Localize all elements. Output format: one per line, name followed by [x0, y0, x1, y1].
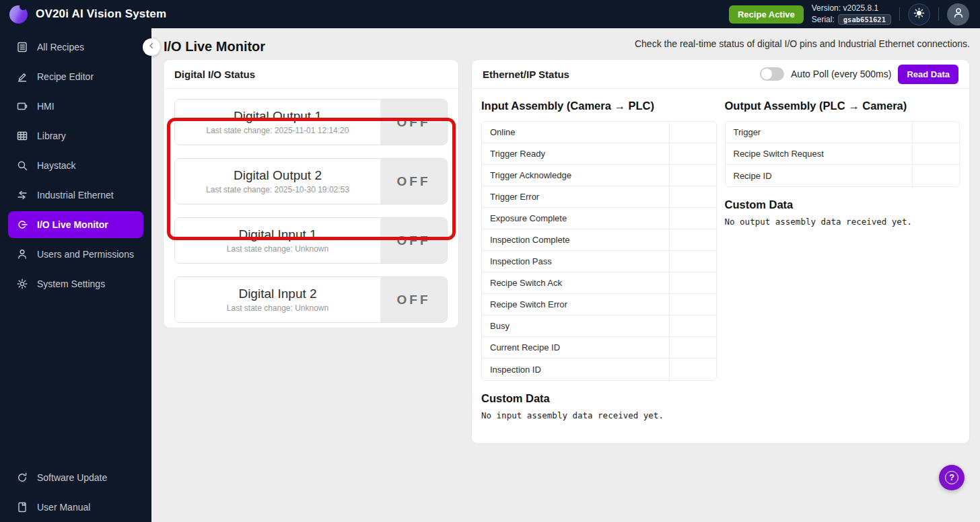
row-value [669, 359, 716, 380]
output-custom-data-message: No output assembly data received yet. [725, 217, 960, 227]
sidebar-item-all-recipes[interactable]: All Recipes [0, 32, 151, 62]
manual-book-icon [16, 501, 28, 513]
sidebar-item-haystack[interactable]: Haystack [0, 151, 151, 180]
input-custom-data-title: Custom Data [481, 392, 717, 405]
table-row: Recipe ID [726, 165, 960, 186]
sidebar-item-software-update[interactable]: Software Update [0, 463, 151, 492]
row-label: Current Recipe ID [482, 337, 669, 358]
row-value [669, 315, 716, 336]
sidebar-item-industrial-ethernet[interactable]: Industrial Ethernet [0, 180, 151, 210]
help-icon: ? [945, 471, 958, 484]
person-icon [16, 248, 28, 260]
table-row: Trigger [726, 122, 960, 143]
table-row: Busy [482, 315, 716, 337]
digital-io-panel-title: Digital I/O Status [174, 69, 255, 80]
table-row: Inspection Complete [482, 229, 716, 251]
serial-value-chip: gsab651621 [838, 14, 891, 25]
row-value [669, 251, 716, 272]
output-assembly-title: Output Assembly (PLC → Camera) [725, 100, 960, 112]
refresh-icon [16, 472, 28, 484]
version-text: Version: v2025.8.1 [812, 3, 891, 13]
sidebar-item-io-live-monitor[interactable]: I/O Live Monitor [8, 211, 143, 238]
read-data-button[interactable]: Read Data [898, 65, 958, 84]
table-row: Recipe Switch Error [482, 294, 716, 315]
row-value [669, 208, 716, 229]
table-row: Inspection Pass [482, 251, 716, 272]
theme-toggle-button[interactable] [908, 3, 930, 26]
grid-icon [16, 130, 28, 142]
sidebar-item-label: System Settings [37, 278, 105, 289]
row-label: Trigger Acknowledge [482, 165, 669, 186]
gear-icon [16, 278, 28, 290]
ethernet-ip-panel: Ethernet/IP Status Auto Poll (every 500m… [471, 59, 970, 444]
sidebar-item-label: Recipe Editor [37, 71, 94, 82]
sidebar-item-hmi[interactable]: HMI [0, 91, 151, 121]
io-card-subtitle: Last state change: 2025-10-30 19:02:53 [206, 185, 349, 194]
io-card-title: Digital Input 2 [238, 287, 316, 301]
row-label: Inspection ID [482, 359, 669, 380]
digital-output-2-card: Digital Output 2 Last state change: 2025… [174, 158, 448, 204]
io-monitor-icon [16, 219, 28, 231]
sidebar-item-label: I/O Live Monitor [37, 219, 108, 230]
row-value [669, 186, 716, 207]
row-value [912, 143, 959, 164]
output-custom-data-title: Custom Data [725, 198, 960, 211]
pencil-icon [16, 71, 28, 83]
user-account-button[interactable] [947, 3, 969, 26]
main-content: I/O Live Monitor Check the real-time sta… [151, 28, 980, 522]
sidebar-item-label: Haystack [37, 160, 76, 171]
sidebar-item-library[interactable]: Library [0, 121, 151, 151]
io-card-title: Digital Output 1 [234, 109, 322, 124]
digital-io-panel: Digital I/O Status Digital Output 1 Last… [163, 59, 459, 328]
table-row: Trigger Acknowledge [482, 165, 716, 186]
io-state-badge: OFF [380, 218, 447, 263]
sidebar-item-label: Software Update [37, 472, 107, 483]
digital-input-2-card: Digital Input 2 Last state change: Unkno… [174, 276, 448, 323]
help-button[interactable]: ? [939, 465, 965, 490]
hmi-monitor-icon [16, 100, 28, 112]
io-state-badge: OFF [380, 100, 447, 145]
row-value [669, 122, 716, 143]
row-label: Busy [482, 315, 669, 336]
table-row: Recipe Switch Ack [482, 272, 716, 294]
divider [899, 7, 900, 21]
sidebar-item-label: HMI [37, 101, 55, 112]
sidebar-item-system-settings[interactable]: System Settings [0, 269, 151, 299]
sidebar-item-label: Users and Permissions [37, 249, 134, 260]
page-description: Check the real-time status of digital I/… [635, 38, 970, 49]
row-label: Online [482, 122, 669, 143]
search-icon [16, 159, 28, 172]
row-label: Trigger Ready [482, 143, 669, 164]
input-custom-data-message: No input assembly data received yet. [481, 410, 717, 420]
page-title: I/O Live Monitor [164, 39, 265, 54]
row-value [669, 272, 716, 293]
table-row: Trigger Error [482, 186, 716, 208]
swap-arrows-icon [16, 189, 28, 201]
table-row: Trigger Ready [482, 143, 716, 165]
row-value [669, 229, 716, 250]
app-logo [9, 5, 28, 24]
sidebar-collapse-button[interactable] [143, 38, 160, 56]
row-label: Exposure Complete [482, 208, 669, 229]
input-assembly-table: Online Trigger Ready Trigger Acknowledge… [481, 121, 717, 381]
table-row: Exposure Complete [482, 208, 716, 229]
row-label: Inspection Complete [482, 229, 669, 250]
io-card-title: Digital Input 1 [238, 227, 316, 242]
serial-text: Serial: gsab651621 [812, 14, 891, 25]
digital-output-1-card: Digital Output 1 Last state change: 2025… [174, 99, 448, 145]
row-value [669, 165, 716, 186]
sidebar: All Recipes Recipe Editor HMI Library Ha… [0, 28, 151, 522]
row-value [912, 122, 959, 143]
digital-input-1-card: Digital Input 1 Last state change: Unkno… [174, 217, 448, 264]
row-value [912, 165, 959, 186]
sidebar-item-user-manual[interactable]: User Manual [0, 492, 151, 522]
ethernet-panel-title: Ethernet/IP Status [483, 69, 569, 80]
auto-poll-toggle[interactable] [760, 67, 784, 81]
io-card-subtitle: Last state change: Unknown [227, 303, 328, 313]
chevron-left-icon [147, 41, 156, 53]
sidebar-item-recipe-editor[interactable]: Recipe Editor [0, 62, 151, 91]
app-title: OV20i AI Vision System [36, 7, 166, 21]
sidebar-item-users-permissions[interactable]: Users and Permissions [0, 239, 151, 269]
row-value [669, 294, 716, 315]
row-label: Trigger Error [482, 186, 669, 207]
